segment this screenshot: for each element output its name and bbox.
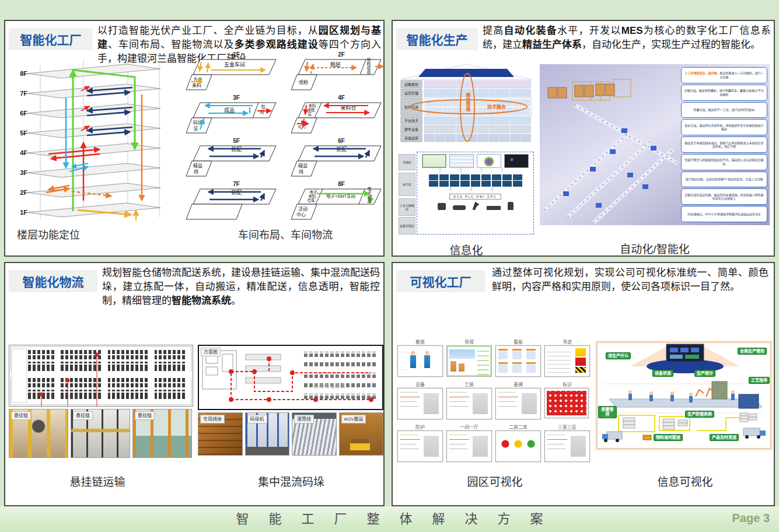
card-label: 标识: [544, 382, 590, 388]
section-visual-factory: 可视化工厂 通过整体可视化规划，实现公司可视化标准统一、简单、颜色鲜明，内容严格…: [392, 262, 775, 506]
floorplan-7f: 7F 装配: [178, 180, 281, 223]
automation-line-render: 人工外观检查后，装好箱，推送纸箱进入一字封箱机，进行一字封箱 封箱完成，输送到称…: [540, 64, 770, 225]
card-thumbnail: [495, 388, 541, 419]
process-step: 进行角边封箱，自动封贴纸箱4个角边的胶带，完成工字封箱: [681, 172, 767, 188]
card-thumbnail: [446, 345, 492, 377]
standard-card: 基建: [495, 382, 541, 419]
card-thumbnail: [397, 345, 443, 377]
svg-text:2F: 2F: [20, 189, 27, 196]
hanging-chain-photo: 悬挂链: [71, 409, 130, 458]
svg-text:6F: 6F: [20, 110, 27, 117]
card-thumbnail: [544, 388, 589, 418]
conveyor-3d-art: [540, 64, 680, 225]
section-smart-logistics: 智能化物流 规划智能仓储物流配送系统，建设悬挂链运输、集中混流配送码垛，建立拣配…: [4, 262, 385, 506]
card-label: 三室三区: [544, 424, 590, 430]
svg-text:自动老化测试: 自动老化测试: [313, 383, 345, 389]
svg-text:活动: 活动: [298, 206, 308, 212]
visual-standards-grid: 着装 导视 看板 寻迹 设备 工装: [397, 339, 593, 462]
card-thumbnail: [397, 430, 443, 462]
svg-text:1F: 1F: [20, 209, 27, 216]
slide-page: 智能化工厂 以打造智能光伏产业工厂、全产业链为目标，从园区规划与基建、车间布局、…: [0, 0, 779, 532]
floorplan-8f: 8F 电子 来料 仓库 电子+SMT车间 活动 中心 电子成品: [283, 180, 386, 223]
svg-text:区: 区: [308, 112, 312, 116]
mixed-palletizing-group: 方案图 自动老化测试: [198, 345, 383, 456]
plan-tag: 方案图: [201, 348, 221, 356]
svg-text:电子: 电子: [310, 190, 318, 194]
room-label: 喷粉成品: [366, 58, 371, 74]
hanging-chain-photos: 悬挂链 悬挂链 悬挂链: [9, 409, 193, 458]
process-step: 纸箱下降至与地面滚筒线高度平齐，输送进入全自动角边封箱机: [681, 154, 767, 170]
card-thumbnail: [446, 430, 492, 462]
card-label: 寻迹: [544, 339, 590, 345]
floorplan-4f: 4F 来料 待检 区 来料仓 IQC: [283, 93, 386, 136]
conveyor-icon: [487, 206, 501, 210]
page-number: Page 3: [732, 512, 770, 525]
card-thumbnail: [446, 388, 492, 419]
photo-tag: 专用线体: [200, 415, 225, 424]
card-label: 二房二库: [495, 424, 541, 430]
room-label: 电子成品: [367, 187, 371, 203]
caption-hanging-chain: 悬挂链运输: [33, 473, 162, 489]
standard-card: 一间一厅: [446, 424, 492, 462]
mes-module-row: [429, 174, 522, 180]
process-step: 称重完成，输送到下一工位，进行实时打印贴标: [681, 102, 767, 118]
system-diagram-body: ⇧⇧⇧⇧ ⇕⇕⇕ DCS PLC HMI OPC: [417, 152, 534, 235]
agv-icon: [453, 205, 466, 210]
svg-text:码垛: 码垛: [193, 120, 202, 125]
process-step: 贴标完成，输送到往复提升机，将纸箱提升至空中滚筒线进行输送: [681, 119, 767, 135]
scanner-icon: [508, 202, 513, 210]
standard-card: 二房二库: [495, 424, 541, 462]
dedicated-line-photo: 专用线体: [198, 412, 243, 456]
svg-text:线: 线: [299, 169, 303, 174]
caption-workshop-layout: 车间布局、车间物流: [198, 226, 373, 242]
section-description: 提高自动化装备水平，开发以MES为核心的数字化工厂信息系统，建立精益生产体系，自…: [483, 24, 771, 52]
camera-icon: [438, 203, 446, 210]
svg-text:技术融合: 技术融合: [487, 104, 506, 110]
svg-text:喷粉: 喷粉: [299, 79, 308, 85]
svg-text:区: 区: [194, 126, 198, 131]
process-screen-thumb: [504, 154, 529, 168]
section-title: 智能化工厂: [9, 28, 93, 50]
floorplan-6f: 6F 装配 精益 线: [283, 136, 386, 180]
floorplan-grid: 1F 五金车间 五金 来料 2F 粗胚: [178, 50, 386, 223]
agv-photo: AGV搬运: [339, 412, 384, 456]
svg-text:材: 材: [260, 109, 264, 115]
up-arrows: ⇧⇧⇧⇧: [429, 168, 521, 174]
standard-card: 设备: [397, 382, 443, 419]
card-thumbnail: [397, 388, 443, 419]
photo-tag: 悬挂链: [11, 411, 31, 420]
card-thumbnail: [544, 430, 590, 462]
standard-card: 寻迹: [544, 339, 590, 377]
photo-tag: 滚筒线: [294, 415, 314, 424]
photo-tag: AGV搬运: [341, 415, 366, 424]
palletizing-scheme-plan: 方案图 自动老化测试: [198, 345, 383, 410]
standard-card: 看板: [495, 339, 541, 377]
card-thumbnail: [495, 345, 541, 377]
callout-global-control: 全局生产管控: [738, 348, 767, 355]
hanging-chain-group: 悬挂链 悬挂链 悬挂链: [9, 345, 193, 458]
callout-process-guidance: 工艺指导: [749, 377, 770, 384]
svg-text:战略规划: 战略规划: [404, 82, 418, 87]
svg-text:精益: 精益: [298, 163, 308, 169]
standard-card: 三室三区: [544, 424, 590, 462]
process-step: 输送至空中滚筒线末端后，侧推气缸将其侧推进入末端的往复提升机，然后下降: [681, 136, 767, 153]
card-label: 工装: [446, 382, 492, 388]
svg-text:4F: 4F: [338, 94, 345, 101]
updown-arrows: ⇕⇕⇕: [440, 187, 511, 192]
floorplan-2f: 2F 粗胚 喷粉 喷粉成品: [283, 50, 386, 93]
order-visual-thumb: [449, 154, 474, 168]
svg-text:1F: 1F: [233, 51, 240, 58]
robot-arm-icon: [473, 202, 480, 210]
section-title: 智能化生产: [396, 28, 478, 50]
svg-text:平台技术: 平台技术: [404, 118, 418, 123]
hanging-chain-photo: 悬挂链: [9, 409, 68, 458]
caption-info-visualization: 信息可视化: [618, 473, 752, 489]
process-step: 人工外观检查后，装好箱，推送纸箱进入一字封箱机，进行一字封箱: [681, 67, 767, 83]
svg-text:五金车间: 五金车间: [224, 61, 245, 68]
hanging-chain-photo: 悬挂链: [132, 409, 192, 458]
svg-text:包: 包: [261, 104, 266, 110]
warehouse-cad-plan: [9, 345, 193, 407]
callout-production-stats: 生产统计: [694, 370, 715, 377]
caption-mixed-palletizing: 集中混流码垛: [215, 473, 367, 489]
card-label: 一间一厅: [446, 424, 492, 430]
